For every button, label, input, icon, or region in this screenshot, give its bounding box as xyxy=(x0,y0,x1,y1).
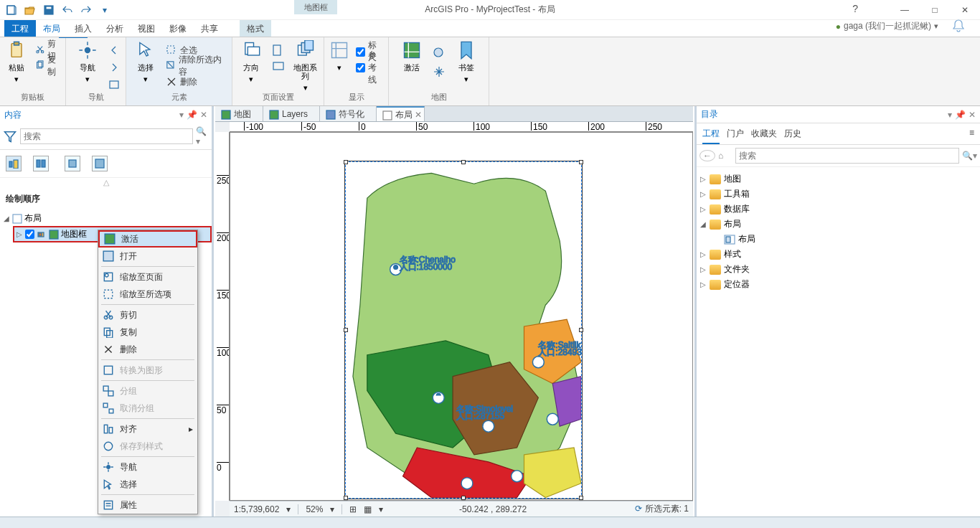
map-frame[interactable]: 名称:Chenalho 人口:1850000 名称:Simojovel 人口:2… xyxy=(345,161,582,499)
page-prop-icon[interactable] xyxy=(272,60,285,75)
ctx-copy[interactable]: 复制 xyxy=(98,324,197,341)
snap-icon[interactable]: ⊞ xyxy=(349,504,357,514)
ctx-zoom-selection[interactable]: 缩放至所选项 xyxy=(98,286,197,303)
svg-rect-11 xyxy=(167,46,174,53)
tab-format[interactable]: 格式 xyxy=(240,20,271,37)
home-icon[interactable]: ⌂ xyxy=(718,151,732,161)
tab-close-icon[interactable]: ✕ xyxy=(415,107,422,123)
zoom-display[interactable]: 52% xyxy=(306,504,323,514)
svg-point-58 xyxy=(532,357,544,368)
next-extent-icon[interactable] xyxy=(108,60,120,75)
ctx-align[interactable]: 对齐▸ xyxy=(98,420,197,438)
svg-rect-30 xyxy=(39,233,42,236)
catalog-item-maps[interactable]: ▷地图 xyxy=(699,171,977,187)
zoom-full-icon[interactable] xyxy=(433,46,446,60)
map-series-button[interactable]: 地图系列▾ xyxy=(291,40,321,92)
list-by-drawing-icon[interactable] xyxy=(6,156,22,171)
ctx-cut[interactable]: 剪切 xyxy=(98,306,197,324)
clear-selection-button[interactable]: 清除所选内容 xyxy=(166,59,226,73)
catalog-item-folders[interactable]: ▷文件夹 xyxy=(699,262,977,277)
catalog-item-layouts[interactable]: ◢布局 xyxy=(699,217,977,232)
tab-insert[interactable]: 插入 xyxy=(67,20,99,37)
prev-extent-icon[interactable] xyxy=(108,43,120,57)
contents-close-icon[interactable]: ✕ xyxy=(200,110,207,120)
catalog-pin-icon[interactable]: 📌 xyxy=(955,110,966,120)
list-by-selection-icon[interactable] xyxy=(65,156,80,171)
tab-analyze[interactable]: 分析 xyxy=(99,20,131,37)
qat-undo-icon[interactable] xyxy=(59,1,76,19)
svg-rect-51 xyxy=(222,110,230,119)
catalog-tab-history[interactable]: 历史 xyxy=(784,128,801,144)
svg-rect-2 xyxy=(46,6,52,9)
scale-display[interactable]: 1:5,739,602 xyxy=(234,504,279,514)
catalog-tab-favorites[interactable]: 收藏夹 xyxy=(751,128,777,144)
contents-pin-icon[interactable]: 📌 xyxy=(187,110,197,120)
catalog-search-input[interactable] xyxy=(735,148,959,164)
navigate-button[interactable]: 导航▾ xyxy=(72,40,103,83)
orientation-button[interactable]: 方向▾ xyxy=(236,40,266,83)
qat-new-icon[interactable] xyxy=(3,1,20,19)
mapframe-visibility-checkbox[interactable] xyxy=(25,230,34,239)
search-icon[interactable]: 🔍▾ xyxy=(196,126,209,146)
qat-save-icon[interactable] xyxy=(40,1,57,19)
list-by-snapping-icon[interactable] xyxy=(92,156,108,171)
notification-bell-icon[interactable] xyxy=(951,19,966,33)
catalog-tab-project[interactable]: 工程 xyxy=(702,128,720,144)
guides-checkbox[interactable]: 参考线 xyxy=(356,60,385,75)
ctx-zoom-page[interactable]: 缩放至页面 xyxy=(98,268,197,286)
nav-arrows-icon[interactable] xyxy=(433,65,446,79)
guides-menu-icon[interactable]: ▾ xyxy=(328,40,350,72)
select-button[interactable]: 选择▾ xyxy=(132,40,160,83)
catalog-item-databases[interactable]: ▷数据库 xyxy=(699,202,977,217)
layout-canvas[interactable]: 名称:Chenalho 人口:1850000 名称:Simojovel 人口:2… xyxy=(230,132,693,501)
minimize-button[interactable]: — xyxy=(890,0,920,20)
filter-icon[interactable] xyxy=(3,129,17,143)
back-icon[interactable]: ← xyxy=(699,150,715,161)
ctx-select[interactable]: 选择 xyxy=(98,476,197,493)
view-tab-map[interactable]: 地图 xyxy=(215,106,263,121)
paste-button[interactable]: 粘贴▾ xyxy=(4,40,29,83)
catalog-item-locators[interactable]: ▷定位器 xyxy=(699,277,977,292)
catalog-dropdown-icon[interactable]: ▾ xyxy=(948,110,952,120)
ctx-delete[interactable]: 删除 xyxy=(98,341,197,358)
grid-icon[interactable]: ▦ xyxy=(364,504,372,514)
help-icon[interactable]: ? xyxy=(852,3,858,14)
delete-element-button[interactable]: 删除 xyxy=(166,75,226,89)
svg-rect-46 xyxy=(104,425,108,433)
qat-redo-icon[interactable] xyxy=(77,1,95,19)
activate-mapframe-button[interactable]: 激活 xyxy=(397,40,427,72)
tab-layout[interactable]: 布局 xyxy=(36,20,67,37)
ctx-activate[interactable]: 激活 xyxy=(98,230,197,248)
qat-open-icon[interactable] xyxy=(22,1,39,19)
view-tab-layers[interactable]: Layers xyxy=(263,106,320,121)
catalog-menu-icon[interactable]: ≡ xyxy=(969,128,974,144)
view-tab-symbology[interactable]: 符号化 xyxy=(320,106,377,121)
full-extent-icon[interactable] xyxy=(108,77,120,92)
tab-file[interactable]: 工程 xyxy=(4,20,36,37)
contents-dropdown-icon[interactable]: ▾ xyxy=(179,110,184,120)
copy-button[interactable]: 复制 xyxy=(35,59,62,73)
close-button[interactable]: ✕ xyxy=(950,0,980,20)
page-size-icon[interactable] xyxy=(272,43,285,57)
tab-image[interactable]: 影像 xyxy=(162,20,194,37)
tab-share[interactable]: 共享 xyxy=(194,20,225,37)
ctx-navigate[interactable]: 导航 xyxy=(98,458,197,476)
list-by-type-icon[interactable] xyxy=(33,156,49,171)
catalog-item-layout-child[interactable]: 布局 xyxy=(699,232,977,247)
catalog-search-icon[interactable]: 🔍▾ xyxy=(962,151,977,161)
tree-root-layout[interactable]: ◢布局 xyxy=(3,211,212,226)
view-tab-layout[interactable]: 布局✕ xyxy=(377,106,425,121)
bookmarks-button[interactable]: 书签▾ xyxy=(451,40,481,83)
catalog-item-styles[interactable]: ▷样式 xyxy=(699,247,977,262)
refresh-icon[interactable]: ⟳ xyxy=(635,504,642,514)
catalog-item-toolbox[interactable]: ▷工具箱 xyxy=(699,187,977,202)
signed-in-user[interactable]: ●gaga (我们一起抓泥鳅) ▾ xyxy=(836,20,938,32)
catalog-tab-portal[interactable]: 门户 xyxy=(727,128,744,144)
contents-search-input[interactable] xyxy=(20,128,193,144)
maximize-button[interactable]: □ xyxy=(920,0,950,20)
ctx-open[interactable]: 打开 xyxy=(98,248,197,265)
ctx-properties[interactable]: 属性 xyxy=(98,496,197,514)
tab-view[interactable]: 视图 xyxy=(131,20,162,37)
catalog-close-icon[interactable]: ✕ xyxy=(969,110,976,120)
qat-customize-icon[interactable]: ▾ xyxy=(96,1,113,19)
